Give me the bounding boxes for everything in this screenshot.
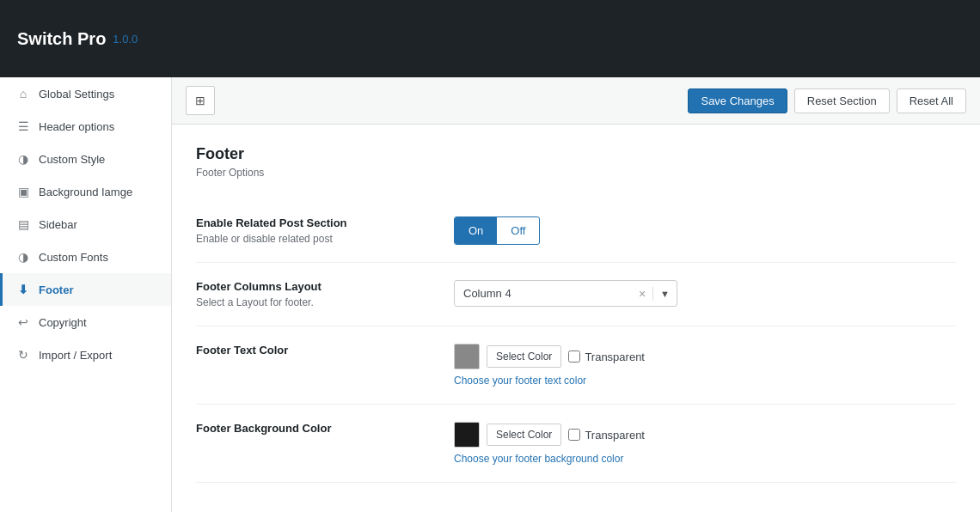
setting-label-footer-text-color: Footer Text Color [196,344,420,357]
sidebar-item-global-settings[interactable]: ⌂ Global Settings [0,77,171,110]
grid-icon: ⊞ [195,94,205,107]
label-col-footer-text-color: Footer Text Color [196,344,420,360]
transparent-checkbox-footer-text-color[interactable] [568,350,580,363]
toggle-off-enable-related-post[interactable]: Off [497,217,539,244]
setting-control-footer-text-color: Select Color Transparent Choose your foo… [454,344,956,387]
transparent-label-footer-text-color: Transparent [568,350,645,363]
color-help-footer-bg-color: Choose your footer background color [454,453,956,465]
setting-label-footer-bg-color: Footer Background Color [196,422,420,435]
sidebar-label-custom-fonts: Custom Fonts [39,251,108,264]
color-help-footer-text-color: Choose your footer text color [454,375,956,387]
label-col-footer-bg-color: Footer Background Color [196,422,420,438]
color-picker-row-footer-bg-color: Select Color Transparent [454,422,956,448]
select-footer-columns-layout[interactable]: Column 4 × ▼ [454,280,677,307]
setting-row-footer-text-color: Footer Text Color Select Color Transpare… [196,326,956,405]
layout: ⌂ Global Settings ☰ Header options ◑ Cus… [0,77,980,512]
sidebar-label-sidebar: Sidebar [39,218,77,231]
setting-desc-enable-related-post: Enable or disable related post [196,233,420,245]
grid-icon-button[interactable]: ⊞ [186,86,215,115]
sidebar-item-custom-style[interactable]: ◑ Custom Style [0,143,171,175]
sidebar-label-global-settings: Global Settings [39,88,114,101]
background-image-icon: ▣ [16,185,30,198]
save-button[interactable]: Save Changes [688,88,787,113]
main-panel: ⊞ Save Changes Reset Section Reset All F… [172,77,980,512]
sidebar-label-header-options: Header options [39,120,114,133]
content-area: Footer Footer Options Enable Related Pos… [172,125,980,512]
color-picker-row-footer-text-color: Select Color Transparent [454,344,956,369]
sidebar-item-footer[interactable]: ⬇ Footer [0,273,171,306]
app-title: Switch Pro [17,29,106,49]
color-swatch-footer-text-color[interactable] [454,344,480,369]
sidebar-item-header-options[interactable]: ☰ Header options [0,110,171,143]
sidebar-label-footer: Footer [39,283,73,296]
setting-desc-footer-columns-layout: Select a Layout for footer. [196,296,420,308]
sidebar-label-import-export: Import / Export [39,349,112,362]
color-select-btn-footer-text-color[interactable]: Select Color [487,345,561,368]
sidebar-item-custom-fonts[interactable]: ◑ Custom Fonts [0,241,171,273]
setting-control-enable-related-post: On Off [454,216,956,245]
section-title: Footer [196,145,956,163]
copyright-icon: ↩ [16,315,30,329]
setting-row-enable-related-post: Enable Related Post Section Enable or di… [196,199,956,263]
sidebar-item-sidebar[interactable]: ▤ Sidebar [0,208,171,241]
label-col-footer-columns-layout: Footer Columns Layout Select a Layout fo… [196,280,420,308]
sidebar-label-background-image: Background Iamge [39,186,132,198]
sidebar: ⌂ Global Settings ☰ Header options ◑ Cus… [0,77,172,512]
setting-control-footer-bg-color: Select Color Transparent Choose your foo… [454,422,956,465]
custom-style-icon: ◑ [16,152,30,166]
custom-fonts-icon: ◑ [16,250,30,264]
setting-control-footer-columns-layout: Column 4 × ▼ [454,280,956,307]
transparent-checkbox-footer-bg-color[interactable] [568,429,580,441]
sidebar-item-import-export[interactable]: ↻ Import / Export [0,338,171,371]
sidebar-item-copyright[interactable]: ↩ Copyright [0,306,171,338]
color-swatch-footer-bg-color[interactable] [454,422,480,448]
reset-section-button[interactable]: Reset Section [794,88,890,113]
toggle-group-enable-related-post: On Off [454,216,540,245]
label-col-enable-related-post: Enable Related Post Section Enable or di… [196,216,420,245]
footer-icon: ⬇ [16,283,30,296]
select-value-footer-columns-layout: Column 4 [455,281,632,306]
setting-row-footer-columns-layout: Footer Columns Layout Select a Layout fo… [196,263,956,326]
topbar: Switch Pro 1.0.0 [0,0,980,77]
import-export-icon: ↻ [16,348,30,362]
sidebar-item-background-image[interactable]: ▣ Background Iamge [0,175,171,208]
select-arrow-footer-columns-layout[interactable]: ▼ [653,289,677,299]
transparent-label-footer-bg-color: Transparent [568,429,645,442]
reset-all-button[interactable]: Reset All [897,88,966,113]
sidebar-icon: ▤ [16,217,30,231]
global-settings-icon: ⌂ [16,87,30,101]
app-version: 1.0.0 [113,33,138,46]
toolbar: ⊞ Save Changes Reset Section Reset All [172,77,980,125]
select-clear-footer-columns-layout[interactable]: × [632,287,653,301]
setting-label-enable-related-post: Enable Related Post Section [196,216,420,229]
sidebar-label-copyright: Copyright [39,316,87,329]
header-options-icon: ☰ [16,119,30,133]
setting-row-footer-bg-color: Footer Background Color Select Color Tra… [196,405,956,483]
section-subtitle: Footer Options [196,167,956,179]
toggle-on-enable-related-post[interactable]: On [455,217,497,244]
color-select-btn-footer-bg-color[interactable]: Select Color [487,424,561,446]
sidebar-label-custom-style: Custom Style [39,153,105,166]
setting-label-footer-columns-layout: Footer Columns Layout [196,280,420,293]
